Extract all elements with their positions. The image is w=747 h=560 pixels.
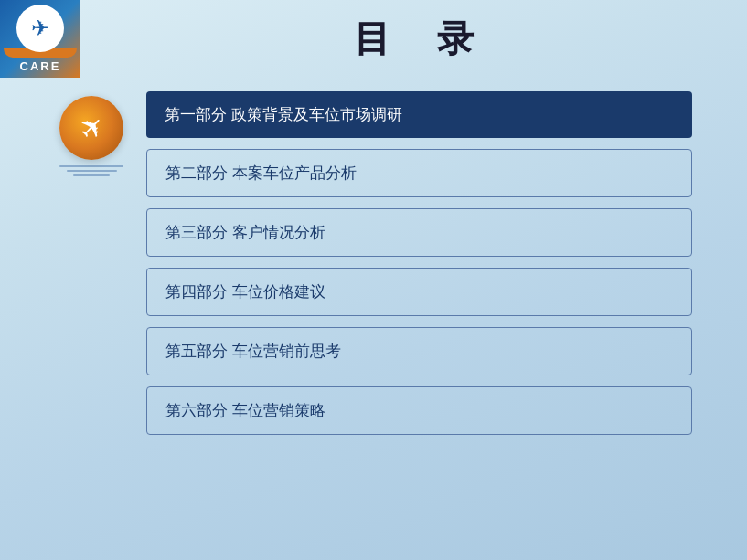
plane-line-3 [73,174,110,176]
menu-item-6[interactable]: 第六部分 车位营销策略 [146,386,692,435]
plane-icon: ✈ [70,107,112,149]
logo-plane-icon: ✈ [31,16,49,41]
menu-item-6-label: 第六部分 车位营销策略 [165,400,325,421]
logo-circle: ✈ [16,5,64,52]
menu-item-2[interactable]: 第二部分 本案车位产品分析 [146,149,692,197]
menu-item-4[interactable]: 第四部分 车位价格建议 [146,268,692,316]
header: ✈ CARE 目 录 [0,0,747,78]
menu-item-1-label: 第一部分 政策背景及车位市场调研 [165,104,402,125]
menu-item-2-label: 第二部分 本案车位产品分析 [165,163,357,184]
left-icon-column: ✈ [55,87,128,176]
logo-box: ✈ CARE [0,0,80,78]
title-area: 目 录 [80,14,747,64]
menu-item-5[interactable]: 第五部分 车位营销前思考 [146,327,692,375]
logo-text: CARE [20,59,61,73]
plane-circle-icon: ✈ [59,96,123,160]
plane-lines [59,165,123,176]
menu-item-1[interactable]: 第一部分 政策背景及车位市场调研 [146,91,692,138]
menu-column: 第一部分 政策背景及车位市场调研 第二部分 本案车位产品分析 第三部分 客户情况… [146,87,692,435]
content-area: ✈ 第一部分 政策背景及车位市场调研 第二部分 本案车位产品分析 第三部分 客户… [0,78,747,560]
page: ✈ CARE 目 录 ✈ 第一部分 政策背景及车位市场调研 [0,0,747,560]
menu-item-3[interactable]: 第三部分 客户情况分析 [146,208,692,257]
menu-item-5-label: 第五部分 车位营销前思考 [165,341,341,362]
plane-line-2 [67,170,117,172]
page-title: 目 录 [336,14,492,64]
menu-item-4-label: 第四部分 车位价格建议 [165,281,325,302]
plane-line-1 [59,165,123,167]
menu-item-3-label: 第三部分 客户情况分析 [165,222,325,243]
